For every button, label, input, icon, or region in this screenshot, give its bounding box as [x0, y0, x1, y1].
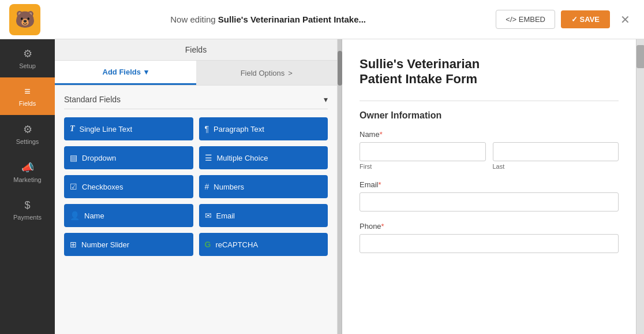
- field-btn-number-slider-label: Number Slider: [81, 240, 129, 249]
- form-preview: Sullie's Veterinarian Patient Intake For…: [342, 39, 636, 334]
- form-group-phone: Phone*: [360, 222, 619, 253]
- sidebar-item-settings[interactable]: ⚙ Settings: [0, 115, 55, 153]
- first-name-input[interactable]: [360, 142, 486, 161]
- field-btn-dropdown-label: Dropdown: [82, 154, 116, 162]
- field-btn-paragraph-text[interactable]: ¶ Paragraph Text: [199, 117, 328, 140]
- topbar-actions: </> EMBED ✓ SAVE ✕: [496, 10, 635, 29]
- email-field-label: Email*: [360, 180, 619, 189]
- recaptcha-icon: G: [205, 240, 211, 249]
- required-star-phone: *: [381, 222, 384, 231]
- sidebar-label-marketing: Marketing: [13, 176, 41, 183]
- first-name-sub-label: First: [360, 163, 486, 170]
- required-star: *: [380, 130, 383, 139]
- sidebar-label-setup: Setup: [19, 62, 36, 69]
- field-btn-checkboxes[interactable]: ☑ Checkboxes: [64, 175, 193, 198]
- field-btn-numbers[interactable]: # Numbers: [199, 175, 328, 198]
- field-btn-checkboxes-label: Checkboxes: [82, 183, 123, 191]
- checkboxes-icon: ☑: [70, 182, 77, 191]
- last-name-sub-label: Last: [493, 163, 619, 170]
- setup-icon: ⚙: [23, 47, 32, 60]
- payments-icon: $: [24, 199, 30, 211]
- tab-add-fields[interactable]: Add Fields ▾: [55, 61, 196, 85]
- form-name-label: Sullie's Veterinarian Patient Intake...: [218, 14, 366, 24]
- field-btn-email-label: Email: [216, 211, 235, 220]
- right-scrollbar[interactable]: [636, 39, 644, 334]
- main-layout: ⚙ Setup ≡ Fields ⚙ Settings 📣 Marketing …: [0, 39, 644, 334]
- tab-add-fields-label: Add Fields: [103, 68, 141, 76]
- form-group-name: Name* First Last: [360, 130, 619, 170]
- sidebar: ⚙ Setup ≡ Fields ⚙ Settings 📣 Marketing …: [0, 39, 55, 334]
- field-btn-dropdown[interactable]: ▤ Dropdown: [64, 146, 193, 169]
- scroll-bar[interactable]: [338, 39, 342, 334]
- field-btn-name[interactable]: 👤 Name: [64, 204, 193, 227]
- fields-panel-header: Fields: [55, 39, 337, 61]
- field-btn-name-label: Name: [84, 211, 104, 220]
- name-icon: 👤: [70, 211, 80, 220]
- tab-add-fields-arrow: ▾: [144, 68, 148, 76]
- sidebar-item-fields[interactable]: ≡ Fields: [0, 77, 55, 115]
- field-tabs: Add Fields ▾ Field Options >: [55, 61, 337, 86]
- phone-input[interactable]: [360, 234, 619, 253]
- last-name-input[interactable]: [493, 142, 619, 161]
- number-slider-icon: ⊞: [70, 240, 77, 249]
- sidebar-item-setup[interactable]: ⚙ Setup: [0, 39, 55, 77]
- tab-field-options[interactable]: Field Options >: [196, 61, 338, 85]
- tab-field-options-arrow: >: [288, 69, 293, 77]
- topbar: 🐻 Now editing Sullie's Veterinarian Pati…: [0, 0, 644, 39]
- owner-info-title: Owner Information: [360, 110, 619, 121]
- fields-icon: ≡: [24, 86, 31, 98]
- form-group-email: Email*: [360, 180, 619, 211]
- topbar-title: Now editing Sullie's Veterinarian Patien…: [40, 14, 496, 24]
- field-btn-recaptcha-label: reCAPTCHA: [215, 240, 258, 249]
- app-logo: 🐻: [9, 4, 40, 35]
- sidebar-item-payments[interactable]: $ Payments: [0, 191, 55, 229]
- name-field-label: Name*: [360, 130, 619, 139]
- sidebar-label-payments: Payments: [13, 214, 42, 221]
- first-name-field: First: [360, 142, 486, 170]
- field-buttons-grid: T Single Line Text ¶ Paragraph Text ▤ Dr…: [64, 117, 328, 256]
- sidebar-label-settings: Settings: [16, 138, 39, 145]
- single-line-text-icon: T: [70, 124, 75, 133]
- close-button[interactable]: ✕: [616, 10, 635, 29]
- required-star-email: *: [379, 180, 381, 189]
- numbers-icon: #: [205, 182, 209, 191]
- form-divider: [360, 101, 619, 101]
- field-btn-single-line-text[interactable]: T Single Line Text: [64, 117, 193, 140]
- fields-content: Standard Fields ▾ T Single Line Text ¶ P…: [55, 86, 337, 334]
- paragraph-text-icon: ¶: [205, 124, 209, 133]
- field-btn-recaptcha[interactable]: G reCAPTCHA: [199, 233, 328, 256]
- email-input[interactable]: [360, 192, 619, 211]
- field-btn-paragraph-text-label: Paragraph Text: [214, 125, 264, 133]
- email-icon: ✉: [205, 211, 212, 220]
- sidebar-item-marketing[interactable]: 📣 Marketing: [0, 153, 55, 191]
- last-name-field: Last: [493, 142, 619, 170]
- standard-fields-label: Standard Fields: [64, 95, 121, 104]
- tab-field-options-label: Field Options: [241, 69, 285, 77]
- field-btn-multiple-choice-label: Multiple Choice: [217, 154, 268, 162]
- field-btn-email[interactable]: ✉ Email: [199, 204, 328, 227]
- field-btn-number-slider[interactable]: ⊞ Number Slider: [64, 233, 193, 256]
- field-btn-numbers-label: Numbers: [214, 183, 244, 191]
- field-btn-single-line-text-label: Single Line Text: [80, 125, 133, 133]
- field-btn-multiple-choice[interactable]: ☰ Multiple Choice: [199, 146, 328, 169]
- sidebar-label-fields: Fields: [19, 100, 36, 107]
- middle-panel: Fields Add Fields ▾ Field Options > Stan…: [55, 39, 338, 334]
- multiple-choice-icon: ☰: [205, 153, 212, 162]
- marketing-icon: 📣: [21, 161, 34, 174]
- standard-fields-header: Standard Fields ▾: [64, 95, 328, 109]
- section-chevron-icon: ▾: [324, 95, 328, 104]
- phone-field-label: Phone*: [360, 222, 619, 231]
- dropdown-icon: ▤: [70, 153, 77, 162]
- embed-button[interactable]: </> EMBED: [496, 10, 555, 29]
- save-button[interactable]: ✓ SAVE: [561, 10, 610, 28]
- logo-area: 🐻: [9, 4, 40, 35]
- name-row: First Last: [360, 142, 619, 170]
- settings-icon: ⚙: [23, 123, 32, 136]
- form-title: Sullie's Veterinarian Patient Intake For…: [360, 57, 619, 87]
